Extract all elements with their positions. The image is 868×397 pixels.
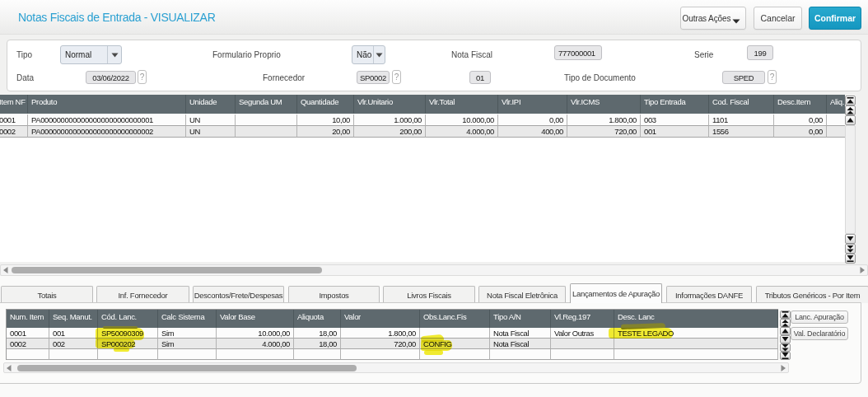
scrollbar-thumb[interactable] bbox=[17, 365, 357, 371]
grid-cell[interactable]: UN bbox=[186, 126, 236, 138]
grid-cell[interactable]: PA0000000000000000000000000001 bbox=[28, 114, 186, 126]
scroll-down-button[interactable] bbox=[780, 335, 791, 343]
grid-cell[interactable] bbox=[49, 349, 98, 360]
column-header[interactable]: Tipo A/N bbox=[490, 310, 551, 328]
column-header[interactable]: Obs.Lanc.Fis bbox=[420, 310, 490, 328]
cancelar-button[interactable]: Cancelar bbox=[754, 7, 802, 30]
arrow-right-icon[interactable] bbox=[860, 267, 865, 273]
column-header[interactable]: Unidade bbox=[186, 95, 236, 114]
grid-cell[interactable]: 0001 bbox=[0, 114, 28, 126]
grid-cell[interactable]: 0002 bbox=[0, 126, 28, 138]
scroll-pagedown-button[interactable] bbox=[780, 343, 791, 352]
grid-cell[interactable] bbox=[551, 339, 614, 349]
scrollbar-track[interactable] bbox=[845, 125, 856, 234]
grid-cell[interactable]: 003 bbox=[641, 114, 709, 126]
scroll-up-button[interactable] bbox=[780, 327, 791, 335]
column-header[interactable]: Aliq. IC bbox=[827, 95, 845, 114]
grid-cell[interactable] bbox=[614, 339, 778, 349]
grid-cell[interactable] bbox=[236, 114, 297, 126]
column-header[interactable]: Vlr.Unitario bbox=[354, 95, 426, 114]
grid-cell[interactable] bbox=[827, 114, 845, 126]
grid-cell[interactable]: 10.000,00 bbox=[426, 114, 498, 126]
grid-cell[interactable]: 0002 bbox=[7, 339, 49, 349]
column-header[interactable]: Vlr.IPI bbox=[498, 95, 567, 114]
column-header[interactable]: Quantidade bbox=[297, 95, 354, 114]
scroll-pageup-button[interactable] bbox=[780, 319, 791, 327]
val-declaratorio-button[interactable]: Val. Declaratório bbox=[791, 327, 848, 340]
grid-cell[interactable]: 0,00 bbox=[498, 114, 567, 126]
outras-acoes-button[interactable]: Outras Ações bbox=[680, 7, 746, 30]
column-header[interactable]: Valor Base bbox=[217, 310, 294, 328]
serie-field[interactable]: 199 bbox=[747, 45, 773, 60]
lanc-apuracao-button[interactable]: Lanc. Apuração bbox=[791, 311, 848, 324]
scroll-down-button[interactable] bbox=[845, 234, 856, 244]
tipo-dropdown-button[interactable] bbox=[107, 46, 121, 63]
tab-4[interactable]: Impostos bbox=[288, 286, 380, 303]
grid-cell[interactable] bbox=[490, 349, 551, 360]
column-header[interactable]: Cód. Lanc. bbox=[98, 310, 158, 328]
column-header[interactable]: Vlr.Total bbox=[426, 95, 498, 114]
fornecedor-help-button[interactable]: ? bbox=[392, 70, 401, 84]
grid-cell[interactable] bbox=[7, 349, 49, 360]
grid-cell[interactable]: 1101 bbox=[709, 114, 774, 126]
loja-field[interactable]: 01 bbox=[469, 71, 491, 84]
scroll-first-button[interactable] bbox=[780, 311, 791, 319]
column-header[interactable]: Cod. Fiscal bbox=[709, 95, 774, 114]
nota-fiscal-field[interactable]: 777000001 bbox=[554, 45, 602, 60]
arrow-left-icon[interactable] bbox=[3, 267, 8, 273]
grid-cell[interactable]: 10,00 bbox=[297, 114, 354, 126]
grid-cell[interactable]: 1.800,00 bbox=[567, 114, 641, 126]
tab-5[interactable]: Livros Fiscais bbox=[383, 286, 475, 303]
column-header[interactable]: Aliquota bbox=[294, 310, 341, 328]
column-header[interactable]: Calc Sistema bbox=[158, 310, 217, 328]
tipo-documento-help-button[interactable]: ? bbox=[768, 70, 777, 84]
column-header[interactable]: Segunda UM bbox=[236, 95, 297, 114]
grid-cell[interactable]: 1.800,00 bbox=[341, 328, 420, 339]
tab-9[interactable]: Tributos Genéricos - Por Item bbox=[756, 286, 868, 303]
grid-cell[interactable] bbox=[341, 349, 420, 360]
grid-cell[interactable]: 10.000,00 bbox=[217, 328, 294, 339]
arrow-right-icon[interactable] bbox=[781, 365, 786, 371]
grid-cell[interactable]: Nota Fiscal bbox=[490, 328, 551, 339]
grid-cell[interactable] bbox=[236, 126, 297, 138]
tab-7[interactable]: Lançamentos de Apuração bbox=[570, 283, 662, 303]
confirmar-button[interactable]: Confirmar bbox=[809, 7, 861, 30]
grid-cell[interactable] bbox=[158, 349, 217, 360]
scroll-last-button[interactable] bbox=[845, 254, 856, 264]
grid-cell[interactable]: 0001 bbox=[7, 328, 49, 339]
column-header[interactable]: Item NF bbox=[0, 95, 28, 114]
grid-cell[interactable] bbox=[827, 126, 845, 138]
grid-cell[interactable] bbox=[614, 349, 778, 360]
column-header[interactable]: Desc.Item bbox=[774, 95, 827, 114]
formulario-proprio-combobox[interactable]: Não bbox=[352, 45, 385, 64]
formulario-proprio-dropdown-button[interactable] bbox=[373, 46, 385, 63]
grid-cell[interactable]: 720,00 bbox=[341, 339, 420, 349]
grid-cell[interactable]: 1556 bbox=[709, 126, 774, 138]
column-header[interactable]: Num. Item bbox=[7, 310, 49, 328]
grid-cell[interactable]: 20,00 bbox=[297, 126, 354, 138]
grid-cell[interactable]: Valor Outras bbox=[551, 328, 614, 339]
scroll-last-button[interactable] bbox=[780, 352, 791, 360]
column-header[interactable]: Valor bbox=[341, 310, 420, 328]
arrow-left-icon[interactable] bbox=[7, 365, 12, 371]
grid-cell[interactable] bbox=[551, 349, 614, 360]
grid-cell[interactable] bbox=[294, 349, 341, 360]
grid-cell[interactable]: 001 bbox=[641, 126, 709, 138]
grid-cell[interactable]: UN bbox=[186, 114, 236, 126]
column-header[interactable]: Vl.Reg.197 bbox=[551, 310, 614, 328]
grid-cell[interactable]: Sim bbox=[158, 339, 217, 349]
grid-cell[interactable]: Nota Fiscal bbox=[490, 339, 551, 349]
tab-1[interactable]: Totais bbox=[1, 286, 93, 303]
column-header[interactable]: Vlr.ICMS bbox=[567, 95, 641, 114]
grid-cell[interactable] bbox=[217, 349, 294, 360]
scroll-up-button[interactable] bbox=[845, 115, 856, 125]
fornecedor-field[interactable]: SP0002 bbox=[357, 71, 390, 84]
scrollbar-thumb[interactable] bbox=[12, 267, 322, 273]
grid-cell[interactable]: 001 bbox=[49, 328, 98, 339]
grid-cell[interactable]: 4.000,00 bbox=[217, 339, 294, 349]
apuracao-grid-hscrollbar[interactable] bbox=[3, 362, 789, 373]
grid-cell[interactable]: 720,00 bbox=[567, 126, 641, 138]
grid-row[interactable]: 0001PA0000000000000000000000000001UN10,0… bbox=[0, 114, 845, 126]
grid-cell[interactable]: 1.000,00 bbox=[354, 114, 426, 126]
tipo-documento-field[interactable]: SPED bbox=[722, 71, 765, 84]
